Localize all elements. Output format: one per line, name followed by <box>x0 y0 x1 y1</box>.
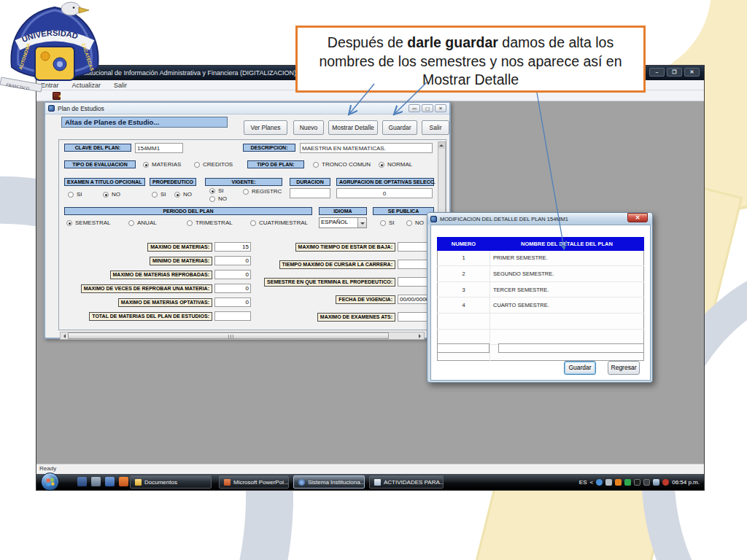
minimo-materias-input[interactable] <box>214 256 251 265</box>
folder-icon <box>135 479 142 486</box>
numero-input[interactable] <box>437 343 489 353</box>
materias-reprobadas-input[interactable] <box>214 270 251 279</box>
radio-anual[interactable]: ANUAL <box>128 219 157 226</box>
radio-examen-si[interactable]: SI <box>68 191 82 198</box>
materias-optativas-input[interactable] <box>214 298 251 307</box>
modal-close-button[interactable]: ✕ <box>627 213 648 222</box>
chevron-down-icon[interactable] <box>357 218 366 228</box>
tipo-evaluacion-label: TIPO DE EVALUACION <box>64 160 136 168</box>
minimize-button[interactable]: – <box>649 68 665 77</box>
maximize-button[interactable]: ❐ <box>667 68 682 77</box>
table-row[interactable]: 3 TERCER SEMESTRE. <box>438 281 644 298</box>
tray-update-icon[interactable] <box>596 479 603 486</box>
modal-guardar-button[interactable]: Guardar <box>564 361 596 375</box>
radio-vigente-no[interactable]: NO <box>209 195 227 202</box>
start-button[interactable] <box>41 472 59 491</box>
field-tiempo-baja: MAXIMO TIEMPO DE ESTAR DE BAJA: <box>252 242 434 252</box>
radio-tronco-comun[interactable]: TRONCO COMUN <box>313 161 371 168</box>
radio-normal-dot[interactable] <box>379 162 384 168</box>
se-publica-label: SE PUBLICA <box>373 207 434 215</box>
status-text: Ready <box>39 465 56 472</box>
tray-app-orange-icon[interactable] <box>615 479 622 486</box>
ver-planes-button[interactable]: Ver Planes <box>244 120 287 135</box>
detail-table[interactable]: NUMERO NOMBRE DEL DETALLE DEL PLAN 1 PRI… <box>437 237 644 361</box>
quicklaunch-app-icon[interactable] <box>105 477 115 486</box>
tray-app-green-icon[interactable] <box>624 479 631 486</box>
modal-body: NUMERO NOMBRE DEL DETALLE DEL PLAN 1 PRI… <box>430 225 651 381</box>
close-button[interactable]: ✕ <box>684 68 700 77</box>
guardar-button[interactable]: Guardar <box>382 120 417 135</box>
radio-publica-si[interactable]: SI <box>380 219 395 226</box>
quicklaunch-show-desktop-icon[interactable] <box>77 477 87 486</box>
radio-materias[interactable]: MATERIAS <box>143 161 181 168</box>
clave-del-plan-input[interactable] <box>135 143 183 153</box>
tray-app-dark-icon[interactable] <box>634 479 640 486</box>
clock[interactable]: 06:54 p.m. <box>672 479 700 486</box>
radio-trimestral[interactable]: TRIMESTRAL <box>187 219 233 226</box>
nuevo-button[interactable]: Nuevo <box>293 120 324 135</box>
menu-salir[interactable]: Salir <box>114 82 127 89</box>
table-row[interactable]: 2 SEGUNDO SEMESTRE. <box>438 266 644 282</box>
radio-publica-no[interactable]: NO <box>406 219 424 226</box>
taskbar-button-documentos[interactable]: Documentos <box>130 475 212 489</box>
radio-creditos[interactable]: CREDITOS <box>194 161 233 168</box>
tray-expand-icon[interactable]: < <box>590 479 594 486</box>
descripcion-input[interactable] <box>300 143 433 153</box>
radio-semestral[interactable]: SEMESTRAL <box>66 219 110 226</box>
plan-titlebar[interactable]: Plan de Estudios ▭ ▢ ✕ <box>45 103 449 114</box>
veces-reprobar-input[interactable] <box>214 284 251 293</box>
powerpoint-icon <box>224 479 231 486</box>
duracion-input[interactable] <box>290 188 330 198</box>
scroll-up-icon[interactable] <box>438 142 445 149</box>
radio-cuatrimestral[interactable]: CUATRIMESTRAL <box>250 219 308 226</box>
radio-creditos-dot[interactable] <box>194 162 200 168</box>
plan-window-icon <box>48 105 55 112</box>
modal-regresar-button[interactable]: Regresar <box>608 361 640 375</box>
tipo-plan-label: TIPO DE PLAN: <box>247 160 304 168</box>
agrupacion-input[interactable] <box>336 188 433 198</box>
scrollbar-thumb[interactable] <box>68 332 389 339</box>
plan-minimize-button[interactable]: ▭ <box>409 104 420 112</box>
form-horizontal-scrollbar[interactable] <box>60 332 425 340</box>
field-total-materias: TOTAL DE MATERIAS DEL PLAN DE ESTUDIOS: <box>64 311 251 321</box>
radio-vigente-si[interactable]: SI <box>209 187 224 194</box>
field-semestre-propedeutico: SEMESTRE EN QUE TERMINA EL PROPEDEUTICO: <box>252 277 434 287</box>
plan-close-button[interactable]: ✕ <box>435 104 446 112</box>
mdi-area: Plan de Estudios ▭ ▢ ✕ Altas de Planes d… <box>36 101 704 464</box>
radio-propedeutico-no[interactable]: NO <box>174 191 192 198</box>
callout-text-bold: darle guardar <box>407 34 498 50</box>
radio-normal[interactable]: NORMAL <box>379 161 412 168</box>
radio-registro[interactable]: REGISTRC <box>243 188 282 195</box>
taskbar-button-powerpoint[interactable]: Microsoft PowerPoi... <box>219 475 289 489</box>
total-materias-input[interactable] <box>214 311 251 321</box>
eagle-head-icon <box>61 2 80 15</box>
radio-materias-dot[interactable] <box>143 162 149 168</box>
radio-propedeutico-si[interactable]: SI <box>152 191 166 198</box>
volume-muted-icon[interactable] <box>662 479 669 486</box>
radio-tronco-dot[interactable] <box>313 162 319 168</box>
idioma-value: ESPAÑOL <box>320 218 357 228</box>
radio-examen-no[interactable]: NO <box>103 191 120 198</box>
taskbar-button-actividades[interactable]: ACTIVIDADES PARA... <box>369 475 444 489</box>
nombre-detalle-input[interactable] <box>498 343 644 353</box>
table-row[interactable]: 1 PRIMER SEMESTRE. <box>438 250 644 266</box>
salir-button[interactable]: Salir <box>422 120 449 135</box>
scroll-left-icon[interactable] <box>61 334 66 338</box>
tray-app-gray-icon[interactable] <box>643 479 650 486</box>
table-row[interactable]: 4 CUARTO SEMESTRE. <box>438 298 644 314</box>
scroll-right-icon[interactable] <box>419 334 423 338</box>
quicklaunch-window-switcher-icon[interactable] <box>91 477 101 486</box>
plan-maximize-button[interactable]: ▢ <box>422 104 433 112</box>
mostrar-detalle-button[interactable]: Mostrar Detalle <box>328 120 378 135</box>
language-indicator[interactable]: ES <box>579 479 587 486</box>
tray-printer-icon[interactable] <box>605 479 612 486</box>
modal-titlebar[interactable]: MODIFICACION DEL DETALLE DEL PLAN 154MM1 <box>427 213 652 225</box>
quicklaunch-media-player-icon[interactable] <box>119 477 128 486</box>
idioma-select[interactable]: ESPAÑOL <box>319 217 367 228</box>
maximo-materias-input[interactable] <box>214 242 251 252</box>
windows-logo-icon <box>46 478 54 486</box>
field-maximo-examenes: MAXIMO DE EXAMENES ATS: <box>252 312 434 322</box>
network-icon[interactable] <box>653 479 659 486</box>
field-materias-optativas: MAXIMO DE MATERIAS OPTATIVAS: <box>64 298 251 307</box>
taskbar-button-sistema[interactable]: Sistema Instituciona... <box>293 475 365 489</box>
